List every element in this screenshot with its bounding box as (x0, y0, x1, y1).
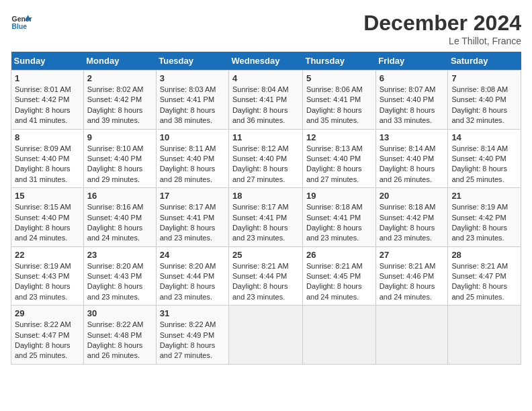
calendar-cell: 15 Sunrise: 8:15 AMSunset: 4:40 PMDaylig… (11, 188, 84, 247)
day-detail: Sunrise: 8:08 AMSunset: 4:40 PMDaylight:… (451, 85, 508, 124)
day-number: 18 (232, 191, 299, 201)
day-number: 8 (15, 132, 80, 142)
day-number: 5 (306, 73, 372, 83)
day-detail: Sunrise: 8:21 AMSunset: 4:44 PMDaylight:… (232, 262, 289, 301)
day-detail: Sunrise: 8:04 AMSunset: 4:41 PMDaylight:… (232, 85, 289, 124)
day-number: 25 (232, 250, 299, 260)
day-number: 4 (232, 73, 299, 83)
calendar-cell: 13 Sunrise: 8:14 AMSunset: 4:40 PMDaylig… (375, 129, 448, 188)
calendar-cell: 14 Sunrise: 8:14 AMSunset: 4:40 PMDaylig… (448, 129, 521, 188)
day-detail: Sunrise: 8:11 AMSunset: 4:40 PMDaylight:… (160, 144, 216, 183)
col-header-thursday: Thursday (302, 52, 375, 71)
day-number: 6 (380, 73, 445, 83)
day-detail: Sunrise: 8:20 AMSunset: 4:44 PMDaylight:… (160, 262, 216, 301)
calendar-cell: 7 Sunrise: 8:08 AMSunset: 4:40 PMDayligh… (448, 71, 521, 130)
calendar-cell (375, 306, 448, 365)
day-number: 22 (15, 250, 80, 260)
day-detail: Sunrise: 8:18 AMSunset: 4:42 PMDaylight:… (380, 203, 436, 242)
day-detail: Sunrise: 8:15 AMSunset: 4:40 PMDaylight:… (15, 203, 71, 242)
calendar-cell: 6 Sunrise: 8:07 AMSunset: 4:40 PMDayligh… (375, 71, 448, 130)
day-detail: Sunrise: 8:22 AMSunset: 4:49 PMDaylight:… (160, 320, 216, 359)
day-number: 27 (380, 250, 445, 260)
day-detail: Sunrise: 8:21 AMSunset: 4:47 PMDaylight:… (451, 262, 508, 301)
day-number: 31 (160, 308, 225, 318)
day-detail: Sunrise: 8:21 AMSunset: 4:45 PMDaylight:… (306, 262, 363, 301)
day-number: 3 (160, 73, 225, 83)
day-number: 23 (87, 250, 152, 260)
logo-icon: General Blue (11, 11, 32, 32)
calendar-week-1: 1 Sunrise: 8:01 AMSunset: 4:42 PMDayligh… (11, 71, 521, 130)
calendar-cell: 3 Sunrise: 8:03 AMSunset: 4:41 PMDayligh… (156, 71, 228, 130)
calendar-cell: 19 Sunrise: 8:18 AMSunset: 4:41 PMDaylig… (302, 188, 375, 247)
calendar-cell: 11 Sunrise: 8:12 AMSunset: 4:40 PMDaylig… (228, 129, 302, 188)
day-number: 7 (451, 73, 517, 83)
day-detail: Sunrise: 8:17 AMSunset: 4:41 PMDaylight:… (232, 203, 289, 242)
calendar-week-2: 8 Sunrise: 8:09 AMSunset: 4:40 PMDayligh… (11, 129, 521, 188)
calendar-cell: 21 Sunrise: 8:19 AMSunset: 4:42 PMDaylig… (448, 188, 521, 247)
calendar-cell: 16 Sunrise: 8:16 AMSunset: 4:40 PMDaylig… (83, 188, 156, 247)
day-number: 2 (87, 73, 152, 83)
calendar-cell: 30 Sunrise: 8:22 AMSunset: 4:48 PMDaylig… (83, 306, 156, 365)
day-number: 26 (306, 250, 372, 260)
calendar-table: SundayMondayTuesdayWednesdayThursdayFrid… (11, 52, 521, 365)
calendar-week-5: 29 Sunrise: 8:22 AMSunset: 4:47 PMDaylig… (11, 306, 521, 365)
day-number: 11 (232, 132, 299, 142)
day-detail: Sunrise: 8:01 AMSunset: 4:42 PMDaylight:… (15, 85, 71, 124)
calendar-cell: 5 Sunrise: 8:06 AMSunset: 4:41 PMDayligh… (302, 71, 375, 130)
col-header-sunday: Sunday (11, 52, 84, 71)
calendar-cell (302, 306, 375, 365)
calendar-cell: 18 Sunrise: 8:17 AMSunset: 4:41 PMDaylig… (228, 188, 302, 247)
calendar-cell: 12 Sunrise: 8:13 AMSunset: 4:40 PMDaylig… (302, 129, 375, 188)
calendar-cell: 4 Sunrise: 8:04 AMSunset: 4:41 PMDayligh… (228, 71, 302, 130)
day-number: 12 (306, 132, 372, 142)
page-header: General Blue December 2024 Le Thillot, F… (11, 11, 521, 46)
day-number: 13 (380, 132, 445, 142)
day-number: 1 (15, 73, 80, 83)
calendar-cell: 1 Sunrise: 8:01 AMSunset: 4:42 PMDayligh… (11, 71, 84, 130)
day-number: 15 (15, 191, 80, 201)
calendar-cell: 17 Sunrise: 8:17 AMSunset: 4:41 PMDaylig… (156, 188, 228, 247)
day-detail: Sunrise: 8:07 AMSunset: 4:40 PMDaylight:… (380, 85, 436, 124)
calendar-cell: 23 Sunrise: 8:20 AMSunset: 4:43 PMDaylig… (83, 246, 156, 306)
day-number: 9 (87, 132, 152, 142)
calendar-cell (228, 306, 302, 365)
col-header-monday: Monday (83, 52, 156, 71)
calendar-cell: 26 Sunrise: 8:21 AMSunset: 4:45 PMDaylig… (302, 246, 375, 306)
day-number: 16 (87, 191, 152, 201)
calendar-cell: 25 Sunrise: 8:21 AMSunset: 4:44 PMDaylig… (228, 246, 302, 306)
calendar-cell: 9 Sunrise: 8:10 AMSunset: 4:40 PMDayligh… (83, 129, 156, 188)
day-number: 17 (160, 191, 225, 201)
calendar-cell: 24 Sunrise: 8:20 AMSunset: 4:44 PMDaylig… (156, 246, 228, 306)
day-number: 14 (451, 132, 517, 142)
calendar-cell: 27 Sunrise: 8:21 AMSunset: 4:46 PMDaylig… (375, 246, 448, 306)
day-number: 30 (87, 308, 152, 318)
svg-text:Blue: Blue (12, 23, 28, 30)
day-detail: Sunrise: 8:17 AMSunset: 4:41 PMDaylight:… (160, 203, 216, 242)
calendar-cell (448, 306, 521, 365)
day-detail: Sunrise: 8:19 AMSunset: 4:42 PMDaylight:… (451, 203, 508, 242)
calendar-cell: 31 Sunrise: 8:22 AMSunset: 4:49 PMDaylig… (156, 306, 228, 365)
day-detail: Sunrise: 8:18 AMSunset: 4:41 PMDaylight:… (306, 203, 363, 242)
calendar-week-3: 15 Sunrise: 8:15 AMSunset: 4:40 PMDaylig… (11, 188, 521, 247)
day-number: 19 (306, 191, 372, 201)
month-title: December 2024 (363, 11, 521, 36)
day-detail: Sunrise: 8:19 AMSunset: 4:43 PMDaylight:… (15, 262, 71, 301)
day-detail: Sunrise: 8:09 AMSunset: 4:40 PMDaylight:… (15, 144, 71, 183)
day-number: 21 (451, 191, 517, 201)
calendar-cell: 28 Sunrise: 8:21 AMSunset: 4:47 PMDaylig… (448, 246, 521, 306)
day-number: 20 (380, 191, 445, 201)
day-number: 28 (451, 250, 517, 260)
calendar-cell: 10 Sunrise: 8:11 AMSunset: 4:40 PMDaylig… (156, 129, 228, 188)
day-detail: Sunrise: 8:10 AMSunset: 4:40 PMDaylight:… (87, 144, 144, 183)
day-detail: Sunrise: 8:13 AMSunset: 4:40 PMDaylight:… (306, 144, 363, 183)
day-detail: Sunrise: 8:22 AMSunset: 4:48 PMDaylight:… (87, 320, 144, 359)
day-number: 10 (160, 132, 225, 142)
location: Le Thillot, France (363, 36, 521, 46)
day-number: 29 (15, 308, 80, 318)
col-header-tuesday: Tuesday (156, 52, 228, 71)
day-number: 24 (160, 250, 225, 260)
calendar-cell: 8 Sunrise: 8:09 AMSunset: 4:40 PMDayligh… (11, 129, 84, 188)
day-detail: Sunrise: 8:02 AMSunset: 4:42 PMDaylight:… (87, 85, 144, 124)
calendar-cell: 22 Sunrise: 8:19 AMSunset: 4:43 PMDaylig… (11, 246, 84, 306)
calendar-cell: 20 Sunrise: 8:18 AMSunset: 4:42 PMDaylig… (375, 188, 448, 247)
